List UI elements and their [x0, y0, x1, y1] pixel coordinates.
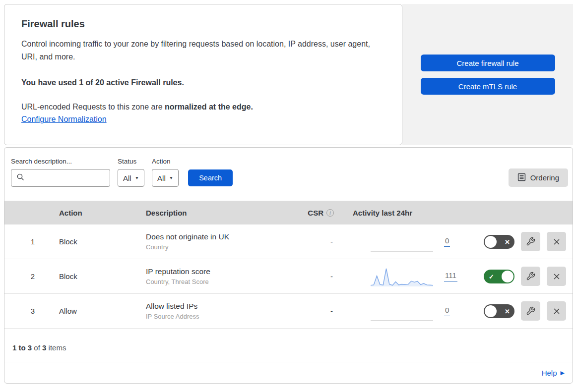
- firewall-rule-row: 2 Block IP reputation score Country, Thr…: [4, 259, 573, 294]
- close-icon: [552, 306, 562, 316]
- activity-sparkline: [371, 266, 433, 287]
- page-description: Control incoming traffic to your zone by…: [21, 38, 374, 63]
- wrench-icon: [526, 237, 535, 246]
- arrow-right-icon: ▶: [561, 370, 565, 376]
- action-filter-value: All: [157, 174, 166, 182]
- normalization-note: URL-encoded Requests to this zone are no…: [21, 103, 382, 112]
- wrench-icon: [526, 306, 535, 316]
- page-title: Firewall rules: [21, 18, 382, 30]
- rule-enabled-toggle[interactable]: ✓ ✕: [484, 270, 514, 283]
- intro-card: Firewall rules Control incoming traffic …: [4, 4, 402, 145]
- rule-enabled-toggle[interactable]: ✓ ✕: [484, 304, 514, 318]
- firewall-rules-page: Firewall rules Control incoming traffic …: [0, 0, 576, 388]
- rule-enabled-toggle[interactable]: ✓ ✕: [484, 235, 514, 249]
- rule-action: Block: [52, 272, 146, 280]
- filter-bar: Search description... Status All ▼ Actio…: [4, 148, 573, 201]
- rule-csr-value: -: [330, 272, 342, 280]
- rule-activity-cell: 111: [342, 266, 466, 287]
- rule-controls: ✓ ✕: [466, 301, 573, 321]
- items-count: 1 to 3 of 3 items: [4, 329, 573, 362]
- header-description: Description: [146, 209, 297, 217]
- create-mtls-rule-button[interactable]: Create mTLS rule: [421, 78, 555, 95]
- rule-priority-number: 3: [4, 307, 52, 315]
- activity-sparkline: [371, 231, 433, 253]
- status-filter-group: Status All ▼: [118, 158, 144, 187]
- rule-description-title: Allow listed IPs: [146, 302, 297, 311]
- rule-match-fields: IP Source Address: [146, 313, 297, 320]
- firewall-rule-row: 1 Block Does not originate in UK Country…: [4, 224, 573, 259]
- delete-rule-button[interactable]: [547, 267, 566, 286]
- rule-activity-cell: 0: [342, 231, 466, 253]
- rule-match-fields: Country: [146, 243, 297, 251]
- delete-rule-button[interactable]: [547, 301, 566, 321]
- edit-rule-button[interactable]: [521, 267, 540, 286]
- usage-summary: You have used 1 of 20 active Firewall ru…: [21, 78, 382, 87]
- rules-list-card: Search description... Status All ▼ Actio…: [4, 147, 573, 384]
- delete-rule-button[interactable]: [547, 232, 566, 251]
- rule-controls: ✓ ✕: [466, 267, 573, 286]
- ordering-button[interactable]: Ordering: [509, 168, 568, 187]
- top-section: Firewall rules Control incoming traffic …: [4, 4, 573, 145]
- items-range: 1 to 3: [12, 343, 32, 352]
- search-box: [11, 169, 110, 187]
- rule-controls: ✓ ✕: [466, 232, 573, 251]
- close-icon: [552, 272, 562, 281]
- search-button[interactable]: Search: [188, 169, 233, 186]
- activity-sparkline: [371, 300, 433, 322]
- rule-activity-cell: 0: [342, 300, 466, 322]
- chevron-down-icon: ▼: [169, 176, 173, 180]
- rule-priority-number: 1: [4, 237, 52, 246]
- toggle-knob: [502, 271, 513, 282]
- activity-count-link[interactable]: 111: [444, 271, 457, 281]
- actions-panel: Create firewall rule Create mTLS rule: [402, 4, 573, 145]
- rule-action: Block: [52, 237, 146, 246]
- edit-rule-button[interactable]: [521, 232, 540, 251]
- firewall-rules-table-body: 1 Block Does not originate in UK Country…: [4, 224, 573, 329]
- configure-normalization-link[interactable]: Configure Normalization: [21, 115, 107, 124]
- action-filter-group: Action All ▼: [152, 158, 179, 187]
- rule-description-cell: Does not originate in UK Country: [146, 232, 297, 251]
- rule-csr-value: -: [330, 307, 342, 315]
- items-of: of: [32, 343, 42, 352]
- x-icon: ✕: [505, 238, 510, 245]
- search-label: Search description...: [11, 158, 110, 165]
- action-filter-select[interactable]: All ▼: [152, 169, 179, 187]
- normalization-note-bold: normalized at the edge.: [165, 103, 253, 111]
- rule-priority-number: 2: [4, 272, 52, 280]
- rule-action: Allow: [52, 307, 146, 315]
- chevron-down-icon: ▼: [135, 176, 139, 180]
- ordering-button-label: Ordering: [530, 173, 559, 182]
- status-filter-select[interactable]: All ▼: [118, 169, 144, 187]
- table-header: Action Description CSR i Activity last 2…: [4, 201, 573, 224]
- close-icon: [552, 237, 562, 247]
- help-link[interactable]: Help ▶: [542, 369, 565, 377]
- status-filter-label: Status: [118, 158, 144, 165]
- toggle-knob: [485, 305, 497, 317]
- rule-description-cell: Allow listed IPs IP Source Address: [146, 302, 297, 320]
- search-input[interactable]: [28, 173, 105, 182]
- items-word: items: [46, 343, 66, 352]
- search-icon: [16, 173, 24, 183]
- header-csr: CSR i: [308, 209, 342, 217]
- wrench-icon: [526, 272, 535, 281]
- status-filter-value: All: [123, 174, 131, 182]
- help-bar: Help ▶: [4, 362, 573, 383]
- create-firewall-rule-button[interactable]: Create firewall rule: [421, 55, 555, 71]
- help-link-label: Help: [542, 369, 557, 377]
- action-filter-label: Action: [152, 158, 179, 165]
- activity-count-link[interactable]: 0: [444, 236, 450, 247]
- rule-description-title: Does not originate in UK: [146, 232, 297, 241]
- normalization-note-prefix: URL-encoded Requests to this zone are: [21, 103, 165, 111]
- rule-csr-value: -: [330, 237, 342, 246]
- info-icon[interactable]: i: [326, 209, 334, 217]
- ordering-list-icon: [517, 173, 526, 183]
- rule-description-title: IP reputation score: [146, 267, 297, 276]
- rule-match-fields: Country, Threat Score: [146, 278, 297, 285]
- header-csr-label: CSR: [308, 209, 323, 217]
- firewall-rule-row: 3 Allow Allow listed IPs IP Source Addre…: [4, 294, 573, 329]
- activity-count-link[interactable]: 0: [444, 306, 450, 316]
- search-field-group: Search description...: [11, 158, 110, 187]
- edit-rule-button[interactable]: [521, 301, 540, 321]
- check-icon: ✓: [489, 273, 494, 280]
- header-activity: Activity last 24hr: [342, 209, 466, 217]
